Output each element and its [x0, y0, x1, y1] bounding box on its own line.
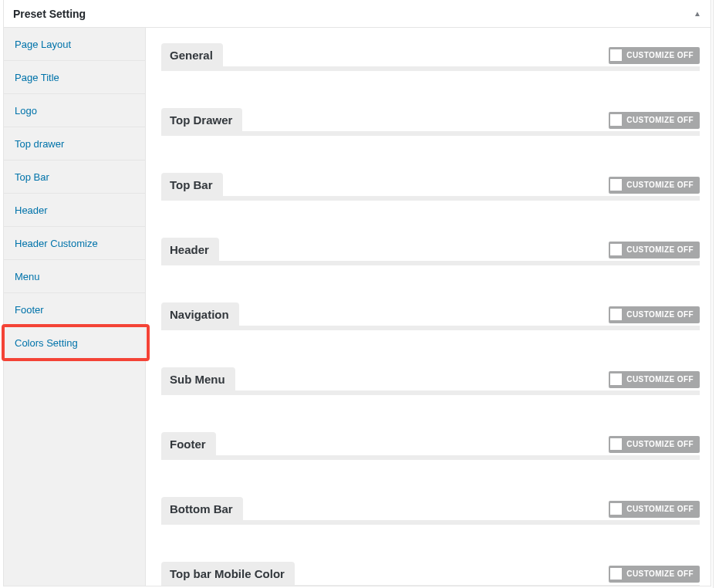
- section-title: Bottom Bar: [161, 497, 243, 521]
- section-row: Footer CUSTOMIZE OFF: [161, 432, 700, 456]
- section-bar: [161, 196, 700, 201]
- sidebar-item-label: Header: [15, 204, 48, 216]
- customize-toggle-footer[interactable]: CUSTOMIZE OFF: [609, 436, 700, 453]
- sidebar-item-label: Top Bar: [15, 171, 49, 183]
- customize-toggle-navigation[interactable]: CUSTOMIZE OFF: [609, 306, 700, 323]
- panel-header[interactable]: Preset Setting ▲: [4, 0, 711, 28]
- section-title: Top Drawer: [161, 108, 242, 132]
- customize-toggle-top-drawer[interactable]: CUSTOMIZE OFF: [609, 112, 700, 129]
- section-row: Navigation CUSTOMIZE OFF: [161, 302, 700, 326]
- section-navigation: Navigation CUSTOMIZE OFF: [161, 302, 700, 330]
- sidebar-item-logo[interactable]: Logo: [4, 94, 145, 127]
- sidebar-item-header[interactable]: Header: [4, 194, 145, 227]
- toggle-label: CUSTOMIZE OFF: [626, 245, 694, 254]
- toggle-knob-icon: [610, 373, 622, 385]
- section-title: General: [161, 43, 223, 67]
- sidebar-item-header-customize[interactable]: Header Customize: [4, 227, 145, 260]
- section-title: Footer: [161, 432, 216, 456]
- sidebar-item-label: Footer: [15, 304, 44, 316]
- section-bar: [161, 390, 700, 395]
- toggle-knob-icon: [610, 438, 622, 450]
- sidebar-item-top-bar[interactable]: Top Bar: [4, 161, 145, 194]
- toggle-knob-icon: [610, 309, 622, 320]
- toggle-knob-icon: [610, 244, 622, 255]
- sidebar-item-label: Logo: [15, 105, 37, 117]
- panel-title: Preset Setting: [13, 8, 86, 20]
- toggle-label: CUSTOMIZE OFF: [626, 181, 694, 189]
- toggle-knob-icon: [610, 503, 622, 515]
- section-sub-menu: Sub Menu CUSTOMIZE OFF: [161, 367, 700, 395]
- section-bar: [161, 261, 700, 265]
- section-bar: [161, 66, 700, 71]
- section-title: Navigation: [161, 302, 239, 326]
- toggle-knob-icon: [610, 114, 622, 126]
- sidebar-item-page-layout[interactable]: Page Layout: [4, 28, 145, 61]
- sidebar-item-colors-setting[interactable]: Colors Setting: [4, 326, 145, 360]
- toggle-label: CUSTOMIZE OFF: [626, 310, 694, 319]
- toggle-knob-icon: [610, 568, 622, 580]
- section-bar: [161, 455, 700, 460]
- section-row: Top bar Mobile Color CUSTOMIZE OFF: [161, 562, 700, 586]
- sidebar-item-label: Colors Setting: [15, 337, 78, 349]
- section-bar: [161, 326, 700, 330]
- sidebar-item-page-title[interactable]: Page Title: [4, 61, 145, 94]
- section-title: Top bar Mobile Color: [161, 562, 295, 586]
- sidebar: Page Layout Page Title Logo Top drawer T…: [4, 28, 146, 586]
- right-border-decor: [713, 0, 714, 588]
- toggle-label: CUSTOMIZE OFF: [626, 440, 694, 448]
- customize-toggle-bottom-bar[interactable]: CUSTOMIZE OFF: [609, 501, 700, 518]
- content-area: General CUSTOMIZE OFF Top Drawer CUSTOMI…: [146, 28, 711, 586]
- toggle-label: CUSTOMIZE OFF: [626, 505, 694, 513]
- sidebar-item-footer[interactable]: Footer: [4, 293, 145, 326]
- sidebar-item-label: Page Layout: [15, 39, 71, 50]
- section-row: Header CUSTOMIZE OFF: [161, 238, 700, 262]
- toggle-label: CUSTOMIZE OFF: [626, 375, 694, 384]
- toggle-knob-icon: [610, 49, 622, 61]
- section-top-bar: Top Bar CUSTOMIZE OFF: [161, 173, 700, 201]
- sidebar-item-label: Page Title: [15, 72, 59, 83]
- section-top-drawer: Top Drawer CUSTOMIZE OFF: [161, 108, 700, 136]
- section-title: Top Bar: [161, 173, 223, 197]
- section-row: Sub Menu CUSTOMIZE OFF: [161, 367, 700, 391]
- customize-toggle-general[interactable]: CUSTOMIZE OFF: [609, 47, 700, 64]
- section-bottom-bar: Bottom Bar CUSTOMIZE OFF: [161, 497, 700, 525]
- toggle-label: CUSTOMIZE OFF: [626, 569, 694, 578]
- customize-toggle-header[interactable]: CUSTOMIZE OFF: [609, 242, 700, 259]
- section-general: General CUSTOMIZE OFF: [161, 43, 700, 71]
- toggle-knob-icon: [610, 179, 622, 191]
- customize-toggle-top-bar-mobile[interactable]: CUSTOMIZE OFF: [609, 566, 700, 583]
- section-title: Sub Menu: [161, 367, 235, 391]
- sidebar-item-menu[interactable]: Menu: [4, 260, 145, 293]
- preset-setting-panel: Preset Setting ▲ Page Layout Page Title …: [3, 0, 711, 586]
- sidebar-item-label: Top drawer: [15, 138, 64, 150]
- sidebar-item-label: Menu: [15, 271, 40, 282]
- section-row: Top Bar CUSTOMIZE OFF: [161, 173, 700, 197]
- sidebar-item-top-drawer[interactable]: Top drawer: [4, 127, 145, 161]
- section-top-bar-mobile-color: Top bar Mobile Color CUSTOMIZE OFF: [161, 562, 700, 586]
- section-row: Top Drawer CUSTOMIZE OFF: [161, 108, 700, 132]
- section-row: Bottom Bar CUSTOMIZE OFF: [161, 497, 700, 521]
- customize-toggle-top-bar[interactable]: CUSTOMIZE OFF: [609, 177, 700, 194]
- collapse-up-icon[interactable]: ▲: [694, 10, 701, 18]
- toggle-label: CUSTOMIZE OFF: [626, 51, 694, 59]
- section-row: General CUSTOMIZE OFF: [161, 43, 700, 67]
- section-header: Header CUSTOMIZE OFF: [161, 238, 700, 265]
- sidebar-item-label: Header Customize: [15, 238, 98, 249]
- section-title: Header: [161, 238, 219, 262]
- customize-toggle-sub-menu[interactable]: CUSTOMIZE OFF: [609, 371, 700, 388]
- panel-body: Page Layout Page Title Logo Top drawer T…: [4, 28, 711, 586]
- section-footer: Footer CUSTOMIZE OFF: [161, 432, 700, 460]
- toggle-label: CUSTOMIZE OFF: [626, 116, 694, 124]
